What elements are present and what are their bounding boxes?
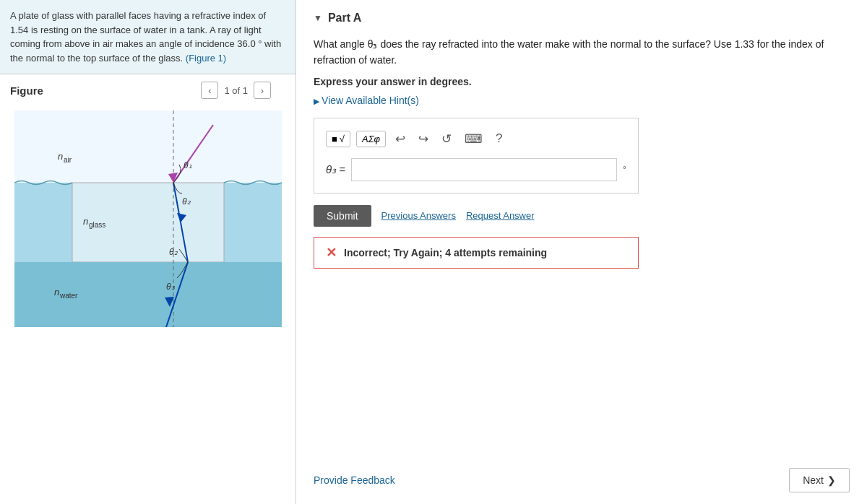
help-button[interactable]: ? bbox=[492, 130, 506, 147]
undo-button[interactable]: ↩ bbox=[392, 130, 409, 148]
refresh-button[interactable]: ↺ bbox=[438, 130, 455, 148]
sqrt-symbol: √ bbox=[340, 134, 345, 144]
greek-label: AΣφ bbox=[362, 134, 380, 144]
problem-description: A plate of glass with parallel faces hav… bbox=[0, 0, 296, 74]
diagram-svg: θ₁ θ₂ θ₂ θ₃ n air n glass n wate bbox=[14, 110, 282, 327]
degree-symbol: ° bbox=[623, 164, 626, 175]
keyboard-button[interactable]: ⌨ bbox=[461, 130, 486, 148]
submit-button[interactable]: Submit bbox=[314, 205, 371, 227]
error-message: Incorrect; Try Again; 4 attempts remaini… bbox=[344, 247, 547, 258]
figure-label: Figure bbox=[10, 84, 43, 97]
svg-text:θ₂: θ₂ bbox=[182, 196, 191, 207]
svg-text:n: n bbox=[54, 287, 59, 297]
svg-text:water: water bbox=[59, 292, 78, 300]
sqrt-icon: ■ bbox=[332, 134, 337, 144]
svg-rect-1 bbox=[14, 183, 72, 262]
math-sqrt-button[interactable]: ■ √ bbox=[326, 131, 350, 147]
previous-answers-button[interactable]: Previous Answers bbox=[381, 210, 456, 221]
left-panel: A plate of glass with parallel faces hav… bbox=[0, 0, 296, 504]
figure-section: Figure ‹ 1 of 1 › bbox=[0, 74, 296, 504]
part-arrow-icon: ▼ bbox=[314, 13, 322, 23]
request-answer-button[interactable]: Request Answer bbox=[466, 210, 535, 221]
answer-toolbar: ■ √ AΣφ ↩ ↪ ↺ ⌨ ? bbox=[326, 130, 626, 148]
svg-text:θ₁: θ₁ bbox=[184, 160, 192, 170]
provide-feedback-button[interactable]: Provide Feedback bbox=[314, 474, 395, 486]
problem-text-content: A plate of glass with parallel faces hav… bbox=[10, 10, 281, 64]
figure-link[interactable]: (Figure 1) bbox=[186, 53, 226, 64]
input-row: θ₃ = ° bbox=[326, 158, 626, 181]
submit-row: Submit Previous Answers Request Answer bbox=[314, 205, 850, 227]
svg-text:θ₃: θ₃ bbox=[166, 282, 176, 292]
answer-area: ■ √ AΣφ ↩ ↪ ↺ ⌨ ? θ₃ = ° bbox=[314, 118, 639, 194]
next-button[interactable]: Next ❯ bbox=[789, 468, 850, 492]
greek-symbols-button[interactable]: AΣφ bbox=[356, 131, 386, 147]
error-box: ✕ Incorrect; Try Again; 4 attempts remai… bbox=[314, 237, 639, 269]
figure-prev-button[interactable]: ‹ bbox=[201, 82, 218, 99]
next-label: Next bbox=[803, 474, 824, 486]
error-x-icon: ✕ bbox=[326, 245, 337, 261]
svg-text:glass: glass bbox=[89, 221, 105, 229]
diagram-container: θ₁ θ₂ θ₂ θ₃ n air n glass n wate bbox=[14, 110, 282, 327]
svg-text:n: n bbox=[83, 216, 88, 227]
express-answer-label: Express your answer in degrees. bbox=[314, 76, 850, 87]
figure-next-button[interactable]: › bbox=[254, 82, 271, 99]
svg-rect-2 bbox=[224, 183, 282, 262]
part-header: ▼ Part A bbox=[314, 12, 850, 25]
svg-text:air: air bbox=[64, 156, 72, 164]
redo-button[interactable]: ↪ bbox=[415, 130, 432, 148]
bottom-row: Provide Feedback Next ❯ bbox=[314, 453, 850, 492]
theta3-label: θ₃ = bbox=[326, 163, 345, 176]
figure-nav: ‹ 1 of 1 › bbox=[201, 82, 285, 99]
svg-text:n: n bbox=[58, 151, 63, 162]
hint-link[interactable]: View Available Hint(s) bbox=[314, 95, 850, 106]
svg-rect-0 bbox=[14, 110, 282, 183]
part-label: Part A bbox=[328, 12, 362, 25]
svg-text:θ₂: θ₂ bbox=[169, 247, 178, 257]
next-chevron-icon: ❯ bbox=[827, 474, 836, 486]
figure-nav-text: 1 of 1 bbox=[224, 85, 248, 96]
right-panel: ▼ Part A What angle θ₃ does the ray refr… bbox=[296, 0, 867, 504]
answer-input[interactable] bbox=[351, 158, 617, 181]
question-text: What angle θ₃ does the ray refracted int… bbox=[314, 36, 850, 69]
